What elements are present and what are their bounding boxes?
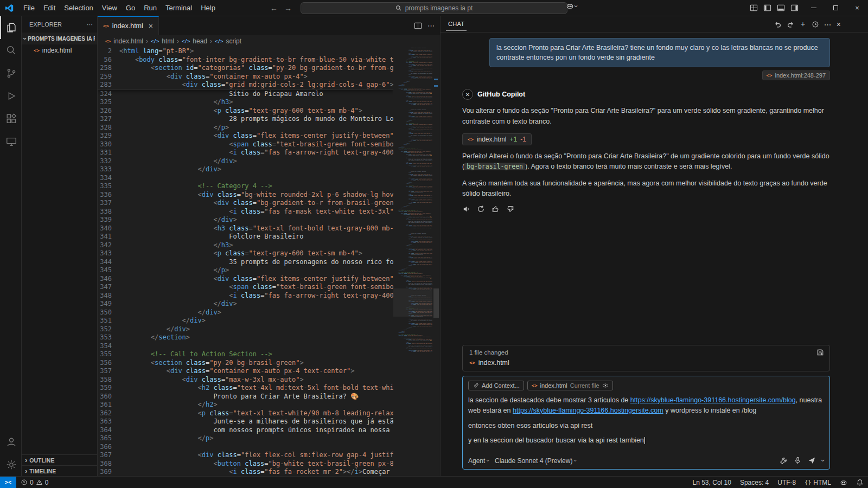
code-line[interactable]: 365 </p> — [98, 434, 393, 443]
code-line[interactable]: 329 <div class="flex items-center justif… — [98, 132, 393, 140]
chat-input-text[interactable]: la seccion de destacados debe mostrar 3 … — [468, 395, 824, 446]
code-line[interactable]: 343 <p class="text-gray-600 text-sm mb-4… — [98, 249, 393, 258]
run-debug-icon[interactable] — [0, 85, 21, 107]
customize-layout-icon[interactable] — [750, 4, 758, 12]
save-icon[interactable] — [816, 349, 824, 356]
code-line[interactable]: 335 <!-- Category 4 --> — [98, 182, 393, 191]
link[interactable]: https://skyblue-flamingo-391166.hostinge… — [513, 407, 663, 414]
breadcrumb-script[interactable]: script — [226, 37, 241, 45]
code-line[interactable]: 351 </div> — [98, 317, 393, 325]
mic-icon[interactable] — [794, 457, 802, 465]
menu-edit[interactable]: Edit — [39, 2, 60, 14]
breadcrumb-html[interactable]: html — [162, 37, 174, 45]
source-control-icon[interactable] — [0, 62, 21, 85]
sticky-scroll[interactable]: 2<html lang="pt-BR">56 <body class="font… — [98, 47, 393, 90]
menu-help[interactable]: Help — [196, 2, 220, 14]
remote-explorer-icon[interactable] — [0, 130, 21, 153]
minimize-button[interactable] — [803, 0, 825, 16]
encoding[interactable]: UTF-8 — [773, 477, 800, 488]
menu-go[interactable]: Go — [122, 2, 139, 14]
chat-input-box[interactable]: Add Context... <> index.html Current fil… — [462, 376, 830, 470]
breadcrumb-head[interactable]: head — [193, 37, 207, 45]
settings-gear-icon[interactable] — [0, 453, 21, 476]
code-line[interactable]: 355 <!-- Call to Action Section --> — [98, 350, 393, 359]
code-line[interactable]: 366 — [98, 443, 393, 452]
undo-icon[interactable] — [774, 21, 782, 28]
editor-more-icon[interactable]: ⋯ — [427, 22, 435, 30]
code-line[interactable]: 361 </h2> — [98, 401, 393, 409]
changed-file-row[interactable]: <> index.html — [463, 357, 829, 371]
minimap-slider[interactable] — [393, 288, 432, 317]
thumbs-up-icon[interactable] — [492, 205, 500, 213]
toggle-sidebar-right-icon[interactable] — [790, 4, 799, 12]
explorer-activity-icon[interactable] — [0, 16, 21, 39]
code-line[interactable]: 363 Junte-se a milhares de brasileiros q… — [98, 418, 393, 426]
code-line[interactable]: 2<html lang="pt-BR"> — [98, 47, 393, 56]
code-line[interactable]: 368 <button class="bg-white text-brasil-… — [98, 460, 393, 468]
code-line[interactable]: 349 </div> — [98, 300, 393, 309]
code-line[interactable]: 348 <i class="fas fa-arrow-right text-gr… — [98, 292, 393, 300]
tools-icon[interactable] — [780, 457, 788, 465]
code-line[interactable]: 337 <div class="bg-gradient-to-r from-br… — [98, 199, 393, 208]
code-line[interactable]: 360 Pronto para Criar Arte Brasileira? 🎨 — [98, 393, 393, 401]
code-line[interactable]: 338 <i class="fas fa-mask text-white tex… — [98, 208, 393, 216]
extensions-icon[interactable] — [0, 107, 21, 130]
search-activity-icon[interactable] — [0, 39, 21, 62]
notifications-bell-icon[interactable] — [852, 477, 868, 488]
chat-input-paragraph[interactable]: la seccion de destacados debe mostrar 3 … — [468, 395, 824, 416]
close-button[interactable]: × — [846, 0, 868, 16]
file-item-index-html[interactable]: <> index.html — [22, 44, 97, 56]
code-line[interactable]: 346 <div class="flex items-center justif… — [98, 275, 393, 284]
code-line[interactable]: 362 <p class="text-xl text-white/90 mb-8… — [98, 409, 393, 418]
split-editor-icon[interactable] — [414, 22, 422, 30]
outline-section[interactable]: › OUTLINE — [22, 454, 97, 465]
code-line[interactable]: 342 </h3> — [98, 241, 393, 250]
timeline-section[interactable]: › TIMELINE — [22, 465, 97, 476]
code-line[interactable]: 330 <span class="text-brasil-green font-… — [98, 140, 393, 149]
read-aloud-icon[interactable] — [462, 205, 470, 213]
model-picker[interactable]: Claude Sonnet 4 (Preview) › — [495, 457, 577, 465]
code-line[interactable]: 345 </p> — [98, 266, 393, 275]
tab-close-icon[interactable]: × — [149, 22, 153, 30]
retry-icon[interactable] — [477, 205, 485, 213]
new-chat-icon[interactable]: ＋ — [799, 20, 807, 29]
copilot-status-icon[interactable] — [835, 477, 852, 488]
explorer-more-icon[interactable]: ⋯ — [87, 21, 93, 28]
problems-indicator[interactable]: 0 0 — [16, 477, 53, 488]
chat-close-icon[interactable]: × — [837, 20, 841, 29]
code-line[interactable]: 367 <div class="flex flex-col sm:flex-ro… — [98, 451, 393, 460]
code-line[interactable]: 332 </div> — [98, 157, 393, 166]
thumbs-down-icon[interactable] — [506, 205, 514, 213]
code-line[interactable]: 359 <h2 class="text-4xl md:text-5xl font… — [98, 384, 393, 393]
code-line[interactable]: 353 </section> — [98, 333, 393, 342]
code-line[interactable]: 347 <span class="text-brasil-green font-… — [98, 283, 393, 292]
agent-mode-picker[interactable]: Agent › — [468, 457, 489, 465]
code-line[interactable]: 328 </p> — [98, 124, 393, 132]
code-line[interactable]: 327 28 prompts mágicos do mundo de Monte… — [98, 115, 393, 124]
code-line[interactable]: 259 <div class="container mx-auto px-4"> — [98, 73, 393, 81]
code-line[interactable]: 340 <h3 class="text-xl font-bold text-gr… — [98, 224, 393, 233]
editor-scrollbar[interactable] — [432, 47, 440, 476]
code-line[interactable]: 258 <section id="categorias" class="py-2… — [98, 64, 393, 73]
maximize-button[interactable] — [825, 0, 846, 16]
code-line[interactable]: 324 Sítio do Picapau Amarelo — [98, 90, 393, 99]
code-editor[interactable]: 2<html lang="pt-BR">56 <body class="font… — [98, 47, 440, 476]
code-line[interactable]: 331 <i class="fas fa-arrow-right text-gr… — [98, 149, 393, 157]
tab-index-html[interactable]: <> index.html × — [98, 16, 159, 35]
chat-tab[interactable]: CHAT — [446, 17, 467, 31]
code-line[interactable]: 369 <i class="fas fa-rocket mr-2"></i>Co… — [98, 468, 393, 476]
send-icon[interactable] — [808, 457, 816, 465]
history-icon[interactable] — [812, 21, 819, 28]
code-line[interactable]: 354 — [98, 342, 393, 351]
copilot-titlebar-menu[interactable]: › — [566, 2, 577, 10]
code-line[interactable]: 333 </div> — [98, 165, 393, 174]
chat-more-icon[interactable]: ⋯ — [824, 20, 832, 29]
code-line[interactable]: 364 com nossos prompts únicos inspirados… — [98, 426, 393, 435]
code-line[interactable]: 339 </div> — [98, 216, 393, 224]
user-message-reference[interactable]: <> index.html:248-297 — [762, 70, 830, 80]
menu-selection[interactable]: Selection — [60, 2, 97, 14]
add-context-button[interactable]: Add Context... — [468, 381, 524, 390]
minimap[interactable]: Sítio do Picapau Amarelo </h3> <p class=… — [393, 47, 432, 476]
code-line[interactable]: 358 <div class="max-w-3xl mx-auto"> — [98, 376, 393, 384]
code-line[interactable]: 357 <div class="container mx-auto px-4 t… — [98, 367, 393, 376]
